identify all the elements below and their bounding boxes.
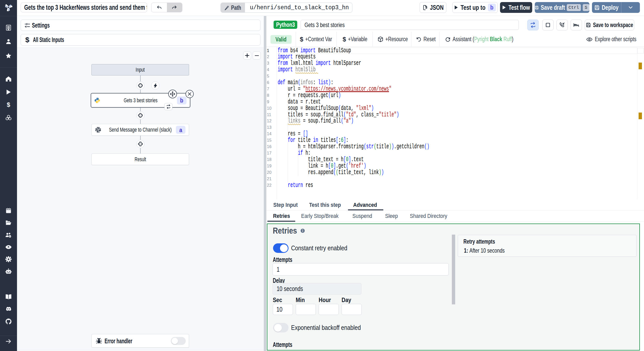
svg-text:$: $ [7, 102, 10, 108]
